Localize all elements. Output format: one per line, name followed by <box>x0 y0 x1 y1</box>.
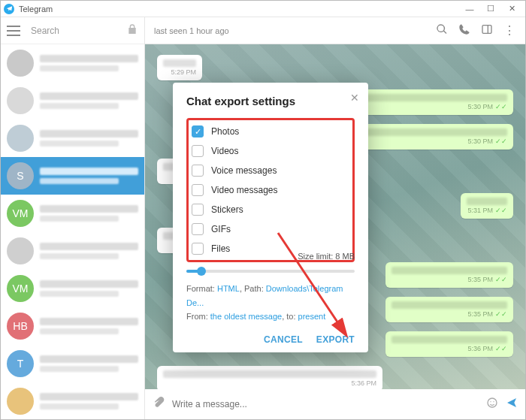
export-option-row[interactable]: Voice messages <box>192 161 348 180</box>
checkbox[interactable] <box>192 165 204 177</box>
option-label: Photos <box>211 126 239 137</box>
option-label: Video messages <box>211 185 278 195</box>
export-button[interactable]: EXPORT <box>316 334 355 345</box>
option-label: Videos <box>211 146 238 156</box>
dialog-actions: CANCEL EXPORT <box>186 334 355 345</box>
size-limit-slider[interactable] <box>186 270 355 273</box>
option-label: GIFs <box>211 224 231 234</box>
from-prefix: From: <box>186 312 210 321</box>
checkbox[interactable] <box>192 145 204 157</box>
format-prefix: Format: <box>186 284 217 293</box>
checkbox[interactable] <box>192 204 204 216</box>
cancel-button[interactable]: CANCEL <box>264 334 303 345</box>
dialog-overlay: ✕ Chat export settings PhotosVideosVoice… <box>0 0 526 420</box>
close-dialog-icon[interactable]: ✕ <box>350 92 359 104</box>
range-line: From: the oldest message, to: present <box>186 310 355 324</box>
dialog-title: Chat export settings <box>186 95 355 107</box>
export-option-row[interactable]: Stickers <box>192 200 348 219</box>
export-settings-dialog: ✕ Chat export settings PhotosVideosVoice… <box>173 83 368 352</box>
format-link[interactable]: HTML <box>217 284 240 293</box>
checkbox[interactable] <box>192 243 204 255</box>
export-options-group: PhotosVideosVoice messagesVideo messages… <box>186 118 355 262</box>
option-label: Voice messages <box>211 165 277 176</box>
path-prefix: , Path: <box>240 284 266 293</box>
export-option-row[interactable]: Video messages <box>192 180 348 200</box>
to-prefix: , to: <box>282 312 298 321</box>
option-label: Stickers <box>211 204 243 215</box>
export-option-row[interactable]: Photos <box>192 122 348 141</box>
export-option-row[interactable]: GIFs <box>192 219 348 239</box>
size-limit-label: Size limit: 8 MB <box>298 252 355 261</box>
checkbox[interactable] <box>192 184 204 196</box>
from-link[interactable]: the oldest message <box>210 312 282 321</box>
to-link[interactable]: present <box>298 312 326 321</box>
checkbox[interactable] <box>192 223 204 235</box>
export-option-row[interactable]: Videos <box>192 141 348 161</box>
format-line: Format: HTML, Path: Downloads\Telegram D… <box>186 282 355 310</box>
checkbox[interactable] <box>192 125 204 137</box>
option-label: Files <box>211 243 230 254</box>
